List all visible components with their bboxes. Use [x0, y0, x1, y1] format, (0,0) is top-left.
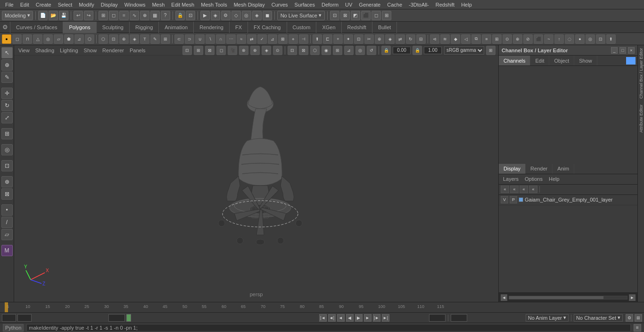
tab-curves-surfaces[interactable]: Curves / Surfaces [10, 22, 63, 33]
tab-rendering[interactable]: Rendering [194, 22, 230, 33]
menu-display[interactable]: Display [98, 1, 121, 8]
menu-cache[interactable]: Cache [384, 1, 405, 8]
panel-minimize-btn[interactable]: _ [611, 47, 618, 54]
vp-icon3[interactable]: ⊠ [205, 46, 215, 55]
play-fwd-btn[interactable]: ▶ [355, 314, 363, 322]
boolean-inter-btn[interactable]: ∩ [216, 34, 225, 44]
remesh2-btn[interactable]: ⊠ [278, 34, 288, 44]
sculpt-btn[interactable]: ⊡ [354, 34, 363, 44]
render-btn4[interactable]: ◼ [263, 11, 272, 20]
menu-file[interactable]: File [2, 1, 17, 8]
total-end-field[interactable]: 200 [451, 314, 467, 322]
layer-option-btn[interactable]: « [529, 186, 537, 193]
view-align[interactable]: ⊠ [1, 188, 13, 200]
show-manip-tool[interactable]: ⊡ [1, 160, 13, 171]
go-to-start-btn[interactable]: |◄ [319, 314, 327, 322]
boolean-union-btn[interactable]: ∪ [195, 34, 205, 44]
save-file-btn[interactable]: 💾 [59, 11, 68, 20]
render-btn2[interactable]: ◎ [242, 11, 251, 20]
fill-hole-btn[interactable]: ⊞ [492, 34, 502, 44]
lock-btn[interactable]: 🔒 [175, 11, 185, 20]
vp-isolate[interactable]: ⊙ [273, 46, 282, 55]
channel-tab-channels[interactable]: Channels [499, 56, 530, 65]
camera-tools[interactable]: ⊕ [1, 176, 13, 187]
crease-btn[interactable]: ≋ [440, 34, 450, 44]
mirror-btn[interactable]: ⊣ [299, 34, 308, 44]
soccer-btn[interactable]: ◈ [130, 34, 139, 44]
tab-sculpting[interactable]: Sculpting [97, 22, 130, 33]
channel-box-edge-label[interactable]: Channel Box / Layer Editor [638, 45, 644, 102]
snap-to-grid-btn[interactable]: ⌗ [119, 11, 129, 20]
step-back-btn[interactable]: ◄ [337, 314, 345, 322]
redo-btn[interactable]: ↪ [84, 11, 93, 20]
retopo-btn[interactable]: ⋄ [289, 34, 298, 44]
display-tab-display[interactable]: Display [499, 164, 526, 174]
vp-icon11[interactable]: ⊠ [299, 46, 308, 55]
render-current-btn[interactable]: ▶ [200, 11, 210, 20]
extract-btn[interactable]: ⊃ [185, 34, 194, 44]
flip-edge-btn[interactable]: ⇌ [396, 34, 405, 44]
menu-mesh-tools[interactable]: Mesh Tools [198, 1, 230, 8]
menu-surfaces[interactable]: Surfaces [291, 1, 318, 8]
viewport-panels-menu[interactable]: Panels [127, 47, 148, 54]
end-frame-field[interactable]: 120 [429, 314, 446, 322]
go-to-end-btn[interactable]: ►| [382, 314, 389, 322]
layer-add-btn[interactable]: « [501, 186, 509, 193]
menu-mesh[interactable]: Mesh [149, 1, 168, 8]
layer-remove-btn[interactable]: « [510, 186, 519, 193]
select-by-hierarchy-btn[interactable]: ⊞ [99, 11, 108, 20]
step-fwd-btn[interactable]: ► [364, 314, 372, 322]
range-end-toggle[interactable] [126, 314, 131, 322]
next-key-btn[interactable]: |► [373, 314, 380, 322]
vp-icon7[interactable]: ⊕ [250, 46, 260, 55]
vp-cam-icon[interactable]: 🎥 [228, 46, 237, 55]
undo-btn[interactable]: ↩ [74, 11, 83, 20]
menu-deform[interactable]: Deform [318, 1, 342, 8]
sphere-btn[interactable]: ● [2, 34, 11, 44]
tab-fx-caching[interactable]: FX Caching [248, 22, 287, 33]
vp-icon8[interactable]: ◈ [262, 46, 271, 55]
menu-uv[interactable]: UV [342, 1, 355, 8]
layer-visibility-btn[interactable]: V [501, 196, 508, 203]
average-btn[interactable]: ≈ [237, 34, 246, 44]
vp-icon15[interactable]: ⊿ [344, 46, 354, 55]
vp-icon17[interactable]: ↺ [367, 46, 376, 55]
channel-tab-edit[interactable]: Edit [530, 56, 549, 65]
mode-dropdown[interactable]: Modeling ▾ [2, 11, 33, 20]
connect-btn[interactable]: ⊕ [375, 34, 384, 44]
append-btn[interactable]: + [333, 34, 343, 44]
rot-lock-btn[interactable]: 🔒 [381, 46, 391, 55]
view3d-btn[interactable]: ⊞ [382, 11, 391, 20]
menu-edit[interactable]: Edit [17, 1, 33, 8]
more-btn[interactable]: ? [161, 11, 170, 20]
cube-btn[interactable]: ◻ [12, 34, 22, 44]
select-by-object-btn[interactable]: ◻ [109, 11, 118, 20]
gamma-select[interactable]: sRGB gamma [444, 46, 484, 55]
tab-redshift[interactable]: Redshift [342, 22, 372, 33]
transform-constraint-btn[interactable]: ⊡ [186, 11, 195, 20]
render-settings-btn[interactable]: ⚙ [221, 11, 231, 20]
layer-playback-btn[interactable]: P [510, 196, 517, 203]
wedge-btn[interactable]: ◁ [461, 34, 471, 44]
timeline[interactable]: 5 10 15 20 25 30 35 40 45 50 55 60 65 70… [0, 302, 644, 312]
scroll-right-btn[interactable]: ► [629, 294, 636, 301]
relax-btn[interactable]: ~ [544, 34, 553, 44]
menu-select[interactable]: Select [55, 1, 76, 8]
torus-btn[interactable]: ◎ [43, 34, 53, 44]
cleanup-btn[interactable]: ✓ [257, 34, 267, 44]
tab-bullet[interactable]: Bullet [372, 22, 397, 33]
soft-select-tool[interactable]: ◎ [1, 144, 13, 155]
command-line[interactable] [26, 324, 631, 332]
shaded-btn[interactable]: ◩ [351, 11, 360, 20]
pipe-btn[interactable]: ⊡ [109, 34, 118, 44]
scale-tool[interactable]: ⤢ [1, 112, 13, 123]
range-start-field[interactable]: 1 [17, 314, 32, 322]
channel-tab-show[interactable]: Show [574, 56, 597, 65]
remesh-btn[interactable]: ⊞ [161, 34, 170, 44]
poke-btn[interactable]: ◆ [451, 34, 460, 44]
menu-edit-mesh[interactable]: Edit Mesh [168, 1, 198, 8]
layer-sort-btn[interactable]: « [520, 186, 528, 193]
snap-to-curve-btn[interactable]: ∿ [130, 11, 139, 20]
vp-icon14[interactable]: ⊞ [333, 46, 342, 55]
open-file-btn[interactable]: 📂 [49, 11, 58, 20]
